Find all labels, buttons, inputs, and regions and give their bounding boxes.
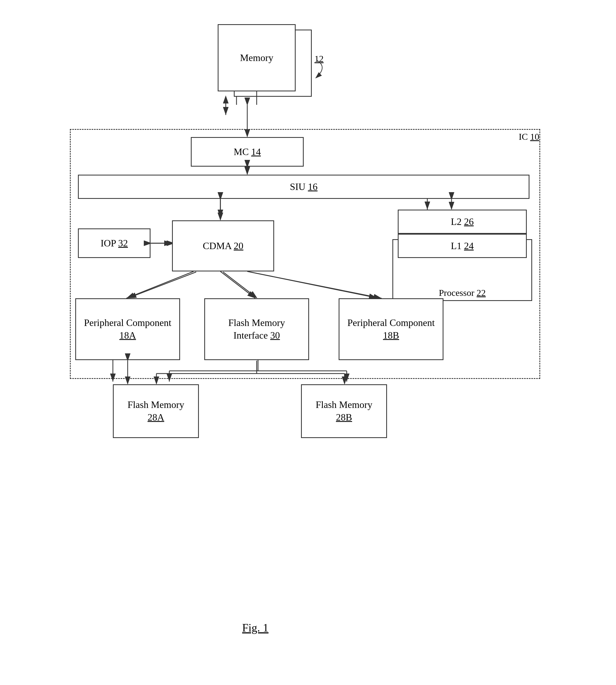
peripheral-b-box: Peripheral Component 18B <box>339 298 443 360</box>
memory-box: Memory <box>218 24 295 91</box>
siu-box: SIU 16 <box>78 175 529 199</box>
flash-interface-box: Flash MemoryInterface 30 <box>204 298 309 360</box>
fig-label: Fig. 1 <box>242 621 268 634</box>
peripheral-a-box: Peripheral Component 18A <box>75 298 180 360</box>
l1-label: L1 24 <box>451 240 474 252</box>
memory-ref: 12 <box>314 54 324 64</box>
ic-ref-label: IC 10 <box>519 132 540 142</box>
flash-mem-a-label: Flash Memory28A <box>128 399 184 424</box>
cdma-box: CDMA 20 <box>172 220 274 271</box>
flash-interface-label: Flash MemoryInterface 30 <box>228 316 285 342</box>
flash-mem-b-label: Flash Memory28B <box>316 399 373 424</box>
l2-box: L2 26 <box>398 209 527 234</box>
iop-label: IOP 32 <box>101 237 128 250</box>
l1-box: L1 24 <box>398 234 527 258</box>
peripheral-a-label: Peripheral Component 18A <box>84 316 172 342</box>
diagram-container: Memory 12 IC 10 MC 14 SIU 16 IOP 32 CDMA… <box>54 14 551 645</box>
siu-label: SIU 16 <box>290 181 317 193</box>
flash-mem-b-box: Flash Memory28B <box>301 384 387 438</box>
mc-box: MC 14 <box>191 137 304 167</box>
processor-label: Processor <box>439 288 475 298</box>
cdma-label: CDMA 20 <box>203 240 243 252</box>
memory-label: Memory <box>240 51 273 64</box>
mc-label: MC 14 <box>234 146 261 158</box>
flash-mem-a-box: Flash Memory28A <box>113 384 199 438</box>
peripheral-b-label: Peripheral Component 18B <box>348 316 435 342</box>
processor-ref: 22 <box>477 288 486 298</box>
iop-box: IOP 32 <box>78 228 151 258</box>
l2-label: L2 26 <box>451 216 474 228</box>
